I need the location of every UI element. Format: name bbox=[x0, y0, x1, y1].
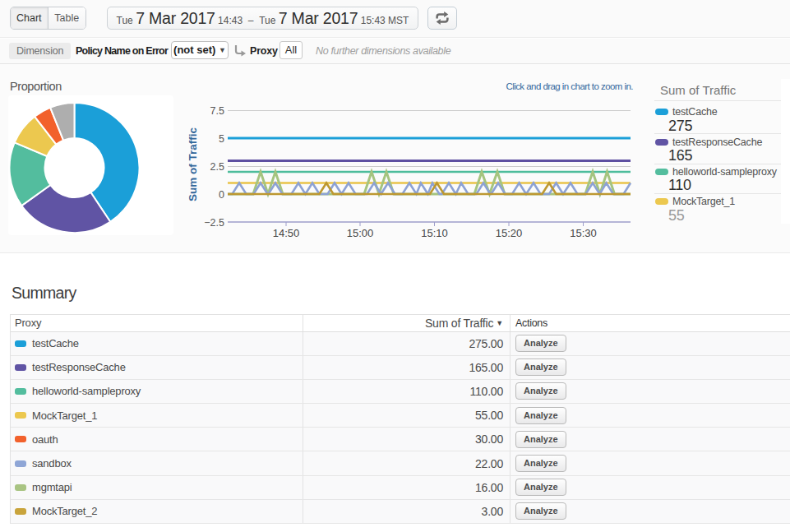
svg-text:2.5: 2.5 bbox=[210, 161, 224, 173]
svg-text:15:30: 15:30 bbox=[570, 227, 597, 239]
svg-text:−2.5: −2.5 bbox=[204, 217, 224, 229]
svg-text:15:00: 15:00 bbox=[347, 227, 374, 239]
svg-text:5: 5 bbox=[219, 133, 224, 145]
svg-text:Sum of Traffic: Sum of Traffic bbox=[187, 127, 199, 202]
svg-text:7.5: 7.5 bbox=[210, 105, 224, 117]
svg-text:15:20: 15:20 bbox=[496, 227, 523, 239]
svg-text:15:10: 15:10 bbox=[421, 227, 448, 239]
svg-text:14:50: 14:50 bbox=[273, 227, 300, 239]
svg-text:0: 0 bbox=[219, 189, 224, 201]
